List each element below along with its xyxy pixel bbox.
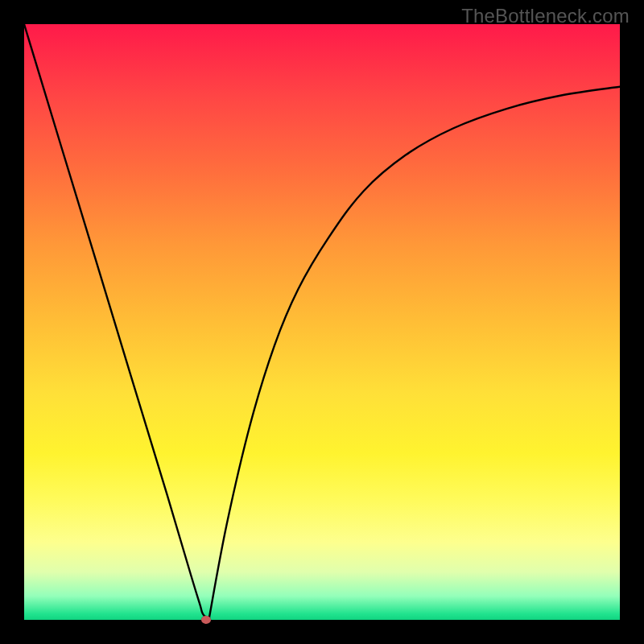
plot-area — [24, 24, 620, 620]
curve-path — [24, 24, 620, 620]
bottleneck-curve — [24, 24, 620, 620]
minimum-marker — [201, 616, 211, 624]
chart-frame: TheBottleneck.com — [0, 0, 644, 644]
